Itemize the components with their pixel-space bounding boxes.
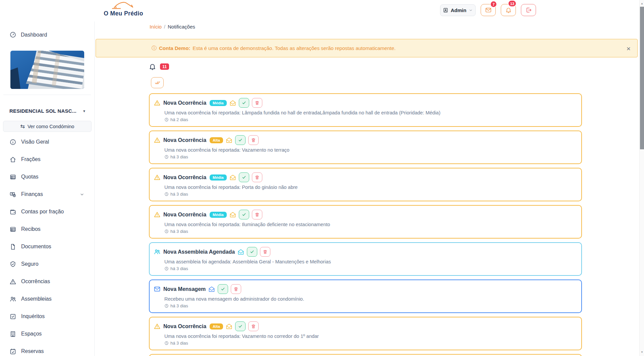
notification-description: Uma nova ocorrência foi reportada: Lâmpa… [164,110,576,115]
notification-time: há 3 dias [164,303,576,308]
mark-read-button[interactable] [247,247,257,257]
check-icon [220,287,225,292]
trash-icon [233,287,238,292]
trash-icon [251,324,256,329]
sidebar-item-label: Reservas [21,348,44,354]
scroll-up-arrow[interactable]: ▲ [640,1,644,6]
sidebar-item-seguro[interactable]: Seguro [0,260,95,268]
sidebar-nav: Visão Geral Frações Quotas Finanças Cont… [0,138,95,355]
check-icon [241,100,247,105]
breadcrumb-home-link[interactable]: Início [150,24,162,30]
delete-notification-button[interactable] [248,135,259,145]
notification-card[interactable]: Nova Ocorrência Média Uma nova ocorrênci… [149,205,582,239]
view-as-resident-button[interactable]: ⇆ Ver como Condómino [3,121,92,132]
notification-time: há 3 dias [164,154,576,159]
notifications-count-badge: 13 [508,0,517,7]
mark-read-button[interactable] [239,98,249,108]
mark-read-button[interactable] [218,284,228,294]
sidebar-item-financas[interactable]: Finanças [0,190,95,198]
sidebar-item-contas-por-fracao[interactable]: Contas por fração [0,208,95,216]
mark-read-button[interactable] [235,135,246,145]
delete-notification-button[interactable] [231,284,241,294]
scrollbar-thumb[interactable] [640,7,644,149]
notifications-header: 11 [149,63,169,70]
notification-list: Nova Ocorrência Média Uma nova ocorrênci… [149,93,582,356]
banner-text: Esta é uma conta de demonstração. Todas … [193,45,395,51]
sidebar-item-fracoes[interactable]: Frações [0,155,95,163]
delete-notification-button[interactable] [248,321,259,331]
delete-notification-button[interactable] [252,210,262,219]
clock-icon [164,341,169,345]
alert-triangle-icon [154,323,161,330]
clock-icon [164,155,169,159]
notification-description: Uma nova ocorrência foi reportada: Ilumi… [164,222,576,227]
notification-card[interactable]: Nova Mensagem Recebeu uma nova mensagem … [149,279,582,313]
notification-card[interactable]: Nova Ocorrência Média Uma nova ocorrênci… [149,168,582,201]
notification-card[interactable]: Nova Ocorrência Média Uma nova ocorrênci… [149,93,582,127]
app-logo[interactable]: O Meu Prédio [103,1,144,17]
check-icon [241,212,247,217]
sidebar-item-dashboard[interactable]: Dashboard [9,31,47,38]
sidebar-item-reservas[interactable]: Reservas [0,347,95,355]
info-icon [9,139,16,146]
building-name: RESIDENCIAL SOL NASC... [9,108,76,114]
sidebar-item-quotas[interactable]: Quotas [0,173,95,181]
notification-card[interactable]: Nova Assembleia Agendada Uma assembleia … [149,242,582,276]
close-icon[interactable]: × [625,43,632,53]
notification-description: Uma nova ocorrência foi reportada: Vazam… [164,334,576,339]
double-check-icon [155,80,160,86]
delete-notification-button[interactable] [252,98,262,108]
caret-down-icon: ▾ [83,109,85,113]
notification-time: há 3 dias [164,341,576,346]
sidebar-item-label: Frações [21,156,41,162]
notification-time: há 3 dias [164,229,576,234]
envelope-open-icon [226,323,232,330]
priority-badge: Média [210,174,227,181]
envelope-open-icon [237,249,244,255]
mark-read-button[interactable] [239,210,249,219]
mark-all-read-button[interactable] [151,77,164,88]
home-icon [9,156,16,163]
delete-notification-button[interactable] [252,172,262,182]
admin-menu-button[interactable]: Admin [440,4,476,16]
clock-icon [164,266,169,271]
messages-count-badge: 7 [490,1,497,8]
building-selector[interactable]: RESIDENCIAL SOL NASC... ▾ [9,108,85,114]
roof-icon [108,1,139,10]
users-icon [154,248,161,255]
notification-card[interactable]: Nova Ocorrência Alta Uma nova ocorrência… [149,131,582,164]
table-icon [9,226,16,233]
breadcrumb-separator: / [164,24,165,30]
building-icon [9,330,16,338]
sidebar-item-documentos[interactable]: Documentos [0,243,95,251]
scrollbar[interactable]: ▲ ▼ [639,0,644,356]
clock-icon [164,117,169,122]
notification-card-partial[interactable] [149,354,582,356]
sidebar-item-ocorrencias[interactable]: Ocorrências [0,277,95,286]
checkbox-icon [9,313,16,320]
envelope-open-icon [208,286,215,293]
envelope-open-icon [229,100,236,106]
breadcrumb: Início / Notificações [150,24,195,30]
trash-icon [251,138,256,143]
sidebar-item-label: Contas por fração [21,209,64,215]
sidebar-item-inqueritos[interactable]: Inquéritos [0,312,95,320]
logout-button[interactable] [521,4,536,16]
sidebar-item-label: Ocorrências [21,278,50,285]
bell-icon [505,7,512,13]
chevron-down-icon [469,8,473,12]
sidebar-item-recibos[interactable]: Recibos [0,225,95,233]
delete-notification-button[interactable] [260,247,270,257]
mark-read-button[interactable] [235,321,246,331]
sidebar-item-assembleias[interactable]: Assembleias [0,295,95,303]
notification-card[interactable]: Nova Ocorrência Alta Uma nova ocorrência… [149,317,582,350]
logout-icon [525,7,532,13]
alert-triangle-icon [154,137,161,144]
sidebar-item-espacos[interactable]: Espaços [0,330,95,338]
notification-description: Uma nova ocorrência foi reportada: Vazam… [164,147,576,153]
alert-triangle-icon [154,174,161,181]
sidebar-item-visao-geral[interactable]: Visão Geral [0,138,95,146]
mark-read-button[interactable] [239,172,249,182]
user-card-icon [443,7,448,13]
scroll-down-arrow[interactable]: ▼ [640,349,644,355]
